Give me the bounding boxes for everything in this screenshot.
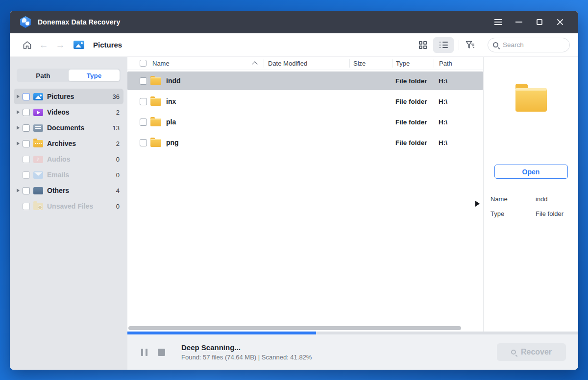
file-type-tree: Pictures 36 Videos 2 Documents 13 (10, 89, 127, 214)
field-value: indd (536, 195, 548, 203)
sidebar-item-videos[interactable]: Videos 2 (14, 104, 123, 120)
hamburger-icon (494, 19, 502, 25)
sidebar: Path Type Pictures 36 Videos 2 (10, 57, 127, 370)
scrollbar-thumb[interactable] (128, 326, 461, 330)
column-header-name[interactable]: Name (127, 59, 264, 68)
details-panel: Open Name indd Type File folder (483, 57, 578, 332)
file-path: H:\ (434, 119, 483, 126)
app-window: Donemax Data Recovery ← → Pictures (10, 11, 578, 370)
breadcrumb[interactable]: Pictures (74, 41, 122, 49)
maximize-button[interactable] (531, 15, 548, 29)
tree-item-label: Others (47, 187, 113, 194)
table-row[interactable]: indd File folder H:\ (127, 71, 483, 90)
stop-button[interactable] (158, 349, 165, 356)
grid-view-button[interactable] (413, 37, 433, 53)
grid-view-icon (419, 41, 427, 49)
file-type: File folder (392, 98, 434, 105)
file-type: File folder (392, 139, 434, 146)
tree-item-count: 0 (116, 171, 120, 179)
row-checkbox[interactable] (140, 139, 147, 146)
window-title: Donemax Data Recovery (38, 18, 120, 26)
documents-checkbox[interactable] (23, 124, 30, 132)
sidebar-item-others[interactable]: Others 4 (14, 183, 123, 198)
unsaved-files-checkbox[interactable] (23, 203, 30, 210)
forward-button[interactable]: → (54, 39, 67, 51)
home-button[interactable] (21, 39, 33, 51)
menu-button[interactable] (490, 15, 507, 29)
horizontal-scrollbar[interactable] (128, 326, 482, 330)
column-label: Size (353, 60, 366, 67)
recover-button[interactable]: Recover (497, 343, 566, 361)
field-label: Name (490, 195, 536, 203)
sidebar-item-pictures[interactable]: Pictures 36 (14, 89, 123, 104)
filter-button[interactable] (464, 39, 477, 51)
videos-folder-icon (33, 109, 43, 116)
scan-status-title: Deep Scanning... (181, 343, 312, 352)
expander-icon[interactable] (17, 189, 23, 192)
expander-icon[interactable] (17, 126, 23, 130)
search-input[interactable] (503, 41, 557, 48)
close-icon (557, 19, 564, 25)
column-header-size[interactable]: Size (349, 59, 392, 68)
sidebar-item-documents[interactable]: Documents 13 (14, 120, 123, 136)
forward-arrow-icon: → (56, 40, 65, 49)
toolbar: ← → Pictures (10, 33, 578, 57)
expander-icon[interactable] (17, 142, 23, 145)
others-checkbox[interactable] (23, 187, 30, 194)
tree-item-label: Audios (47, 155, 113, 163)
recover-search-icon (511, 350, 516, 355)
panel-collapse-arrow-icon[interactable] (475, 201, 480, 207)
expander-icon[interactable] (17, 110, 23, 114)
pause-icon (141, 349, 147, 356)
row-checkbox[interactable] (140, 77, 147, 85)
row-checkbox[interactable] (140, 119, 147, 126)
row-checkbox[interactable] (140, 98, 147, 105)
select-all-checkbox[interactable] (140, 60, 147, 67)
archives-checkbox[interactable] (23, 140, 30, 147)
table-row[interactable]: pla File folder H:\ (127, 113, 483, 131)
recover-label: Recover (521, 348, 552, 356)
back-button[interactable]: ← (37, 39, 50, 51)
sidebar-item-archives[interactable]: Archives 2 (14, 136, 123, 151)
column-label: Path (439, 60, 452, 67)
videos-checkbox[interactable] (23, 109, 30, 116)
column-header-date-modified[interactable]: Date Modified (264, 59, 349, 68)
tree-item-count: 0 (116, 156, 120, 163)
table-row[interactable]: inx File folder H:\ (127, 92, 483, 111)
path-type-tabs: Path Type (17, 69, 121, 82)
minimize-icon (515, 22, 522, 23)
column-header-path[interactable]: Path (434, 59, 483, 68)
expander-icon[interactable] (17, 95, 23, 98)
tab-path[interactable]: Path (18, 70, 69, 81)
pictures-checkbox[interactable] (23, 93, 30, 100)
status-bar: Deep Scanning... Found: 57 files (74.64 … (127, 334, 578, 370)
sidebar-item-audios[interactable]: Audios 0 (14, 151, 123, 167)
tree-item-label: Documents (47, 124, 110, 132)
minimize-button[interactable] (511, 15, 527, 29)
sort-ascending-icon (252, 61, 257, 67)
column-label: Date Modified (268, 60, 307, 67)
scan-status-info: Found: 57 files (74.64 MB) | Scanned: 41… (181, 354, 312, 361)
tree-item-count: 2 (116, 140, 120, 147)
tree-item-count: 4 (116, 187, 120, 194)
filter-funnel-icon (466, 41, 475, 49)
column-header-type[interactable]: Type (392, 59, 434, 68)
emails-checkbox[interactable] (23, 171, 30, 179)
list-header: Name Date Modified Size Type Path (127, 57, 483, 70)
detail-field-type: Type File folder (490, 210, 571, 217)
audios-folder-icon (33, 156, 43, 163)
list-view-button[interactable] (433, 37, 454, 53)
close-button[interactable] (552, 15, 568, 29)
breadcrumb-label: Pictures (93, 41, 122, 49)
sidebar-item-unsaved-files[interactable]: Unsaved Files 0 (14, 198, 123, 214)
file-list: Name Date Modified Size Type Path (127, 57, 483, 332)
tree-item-count: 2 (116, 109, 120, 116)
pause-button[interactable] (141, 349, 147, 356)
table-row[interactable]: png File folder H:\ (127, 133, 483, 152)
sidebar-item-emails[interactable]: Emails 0 (14, 167, 123, 183)
tab-type[interactable]: Type (69, 70, 120, 81)
tree-item-label: Videos (47, 108, 113, 116)
open-button[interactable]: Open (494, 165, 568, 179)
folder-preview-icon (515, 88, 547, 112)
audios-checkbox[interactable] (23, 156, 30, 163)
